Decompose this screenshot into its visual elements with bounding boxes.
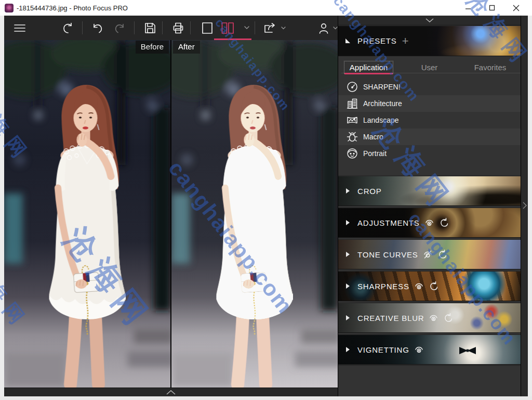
back-button[interactable] <box>56 16 79 40</box>
maximize-button[interactable] <box>480 0 504 16</box>
sidebar-empty-area <box>338 365 521 396</box>
tab-user[interactable]: User <box>399 57 460 78</box>
active-tab-underline <box>344 73 393 74</box>
panorama-icon <box>346 114 358 126</box>
before-label: Before <box>136 41 169 54</box>
crop-panel-header[interactable]: CROP <box>338 175 521 206</box>
maximize-icon <box>489 5 495 11</box>
single-view-icon <box>201 21 214 35</box>
after-label: After <box>173 41 200 54</box>
expander-closed-icon <box>346 220 350 225</box>
image-canvas: Before After <box>4 40 338 388</box>
visibility-icon[interactable] <box>414 345 424 354</box>
save-icon <box>143 21 157 35</box>
preset-macro[interactable]: Macro <box>338 128 521 145</box>
window-frame-right <box>528 16 532 396</box>
bug-icon <box>346 131 358 143</box>
close-icon <box>513 5 520 11</box>
expander-closed-icon <box>346 315 350 320</box>
back-icon <box>60 21 75 35</box>
save-button[interactable] <box>139 16 161 40</box>
preset-list: SHARPEN! Architecture Landscape Macro <box>338 79 521 162</box>
reset-icon[interactable] <box>437 250 447 259</box>
window-frame-bottom <box>0 396 532 400</box>
preset-sharpen[interactable]: SHARPEN! <box>338 79 521 95</box>
right-sidebar: PRESETS + Application User Favorites SHA… <box>338 16 521 396</box>
vignetting-panel-header[interactable]: VIGNETTING <box>338 334 521 365</box>
chevron-right-icon <box>523 202 527 209</box>
reset-icon[interactable] <box>439 218 449 227</box>
chevron-up-icon <box>166 390 176 395</box>
reset-icon[interactable] <box>443 313 453 322</box>
before-image: Before <box>4 40 170 388</box>
visibility-icon[interactable] <box>414 281 424 291</box>
menu-icon <box>12 22 27 34</box>
preset-portrait[interactable]: Portrait <box>338 145 521 162</box>
toolbar <box>4 16 338 40</box>
expander-closed-icon <box>346 283 350 289</box>
face-icon <box>346 147 358 160</box>
tab-favorites[interactable]: Favorites <box>460 57 521 78</box>
minimize-button[interactable] <box>456 0 480 16</box>
expander-closed-icon <box>346 252 350 257</box>
chevron-down-icon <box>244 26 249 30</box>
gauge-icon <box>346 81 358 93</box>
split-view-icon <box>220 21 235 35</box>
undo-button[interactable] <box>86 16 108 40</box>
print-icon <box>171 21 185 35</box>
adjustments-panel-header[interactable]: ADJUSTMENTS <box>338 207 521 238</box>
single-view-button[interactable] <box>197 16 217 40</box>
workspace: Before After <box>4 16 338 396</box>
chevron-down-icon <box>425 18 434 22</box>
expander-closed-icon <box>346 347 350 352</box>
toolbar-separator <box>190 21 191 34</box>
account-icon <box>317 21 330 35</box>
titlebar: -1815444736.jpg - Photo Focus PRO <box>0 0 532 16</box>
visibility-icon[interactable] <box>429 313 438 322</box>
presets-title: PRESETS <box>357 36 397 45</box>
presets-panel-header[interactable]: PRESETS + <box>338 26 521 56</box>
tone-curves-panel-header[interactable]: TONE CURVES <box>338 239 521 269</box>
account-button[interactable] <box>314 16 341 40</box>
preset-architecture[interactable]: Architecture <box>338 95 521 112</box>
window-title: -1815444736.jpg - Photo Focus PRO <box>17 4 128 12</box>
expander-closed-icon <box>346 188 350 193</box>
chevron-down-icon <box>333 27 338 30</box>
minimize-icon <box>465 5 471 11</box>
filmstrip-toggle[interactable] <box>4 388 338 396</box>
menu-button[interactable] <box>8 16 31 40</box>
toolbar-separator <box>162 21 163 34</box>
bowtie-graphic <box>459 346 476 355</box>
close-button[interactable] <box>504 0 528 16</box>
print-button[interactable] <box>167 16 189 40</box>
sidebar-collapse-toggle[interactable] <box>338 16 521 25</box>
window-frame-left <box>0 16 4 396</box>
preset-landscape[interactable]: Landscape <box>338 112 521 128</box>
sharpness-panel-header[interactable]: SHARPNESS <box>338 270 521 301</box>
panel-flyout-toggle[interactable] <box>521 16 528 396</box>
reset-icon[interactable] <box>429 281 438 291</box>
visibility-icon[interactable] <box>424 218 434 227</box>
split-view-dropdown[interactable] <box>242 16 252 40</box>
toolbar-separator <box>82 21 83 34</box>
add-preset-button[interactable]: + <box>402 35 409 47</box>
share-icon <box>263 21 278 35</box>
creative-blur-panel-header[interactable]: CREATIVE BLUR <box>338 302 521 333</box>
redo-button[interactable] <box>109 16 131 40</box>
toolbar-separator <box>255 21 255 34</box>
chevron-down-icon <box>281 27 286 30</box>
visibility-off-icon[interactable] <box>423 250 433 259</box>
after-image: After <box>171 40 338 388</box>
app-window: -1815444736.jpg - Photo Focus PRO <box>0 0 532 400</box>
app-icon <box>5 4 14 12</box>
tab-application[interactable]: Application <box>338 57 399 78</box>
share-button[interactable] <box>261 16 288 40</box>
toolbar-separator <box>134 21 135 34</box>
redo-icon <box>113 21 127 35</box>
presets-tabs: Application User Favorites <box>338 57 521 78</box>
split-view-button[interactable] <box>218 16 237 40</box>
undo-icon <box>90 21 104 35</box>
expander-open-icon <box>345 38 350 43</box>
buildings-icon <box>346 97 358 110</box>
